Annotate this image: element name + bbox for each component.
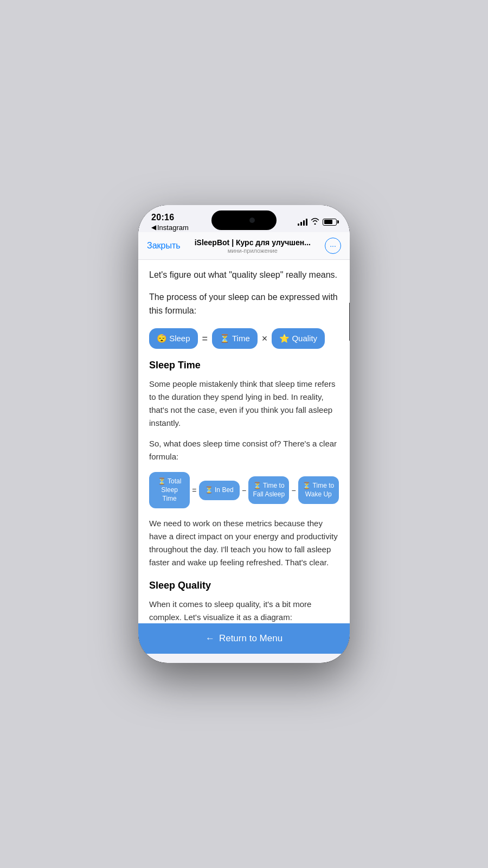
back-arrow-icon: ◀ [151, 224, 156, 231]
mini-app-title-block: iSleepBot | Курс для улучшен... мини-при… [185, 238, 320, 254]
return-arrow-icon: ← [206, 633, 215, 644]
formula-eq-1: = [202, 333, 208, 344]
time-pill-fall: ⏳ Time to Fall Asleep [248, 476, 289, 504]
return-button[interactable]: ← Return to Menu [138, 623, 350, 654]
wifi-icon [311, 218, 319, 226]
time-pill-inbed: ⏳ In Bed [199, 481, 240, 500]
more-button[interactable]: ··· [325, 238, 341, 254]
mini-app-title: iSleepBot | Курс для улучшен... [185, 238, 320, 247]
intro-text-1: Let's figure out what "quality sleep" re… [149, 269, 339, 282]
mini-app-subtitle: мини-приложение [185, 247, 320, 254]
content-area[interactable]: Let's figure out what "quality sleep" re… [138, 260, 350, 623]
mini-app-bar: Закрыть iSleepBot | Курс для улучшен... … [138, 232, 350, 260]
main-formula-row: 😴 Sleep = ⏳ Time × ⭐ Quality [149, 328, 339, 349]
dynamic-island [211, 210, 277, 230]
intro-text-2: The process of your sleep can be express… [149, 291, 339, 318]
formula-pill-time: ⏳ Time [212, 328, 258, 349]
time-pill-wake: ⏳ Time to Wake Up [298, 476, 339, 504]
signal-bars [298, 218, 307, 226]
time-minus-2: − [291, 486, 296, 495]
formula-pill-sleep: 😴 Sleep [149, 328, 198, 349]
phone-shell: 20:16 ◀ Instagram [138, 205, 350, 663]
status-icons [298, 218, 337, 226]
formula-pill-quality: ⭐ Quality [272, 328, 325, 349]
time-formula-row: ⏳ Total Sleep Time = ⏳ In Bed − ⏳ Time t… [149, 472, 339, 508]
section-1-para-3: We need to work on these metrics because… [149, 517, 339, 569]
camera-dot [249, 218, 255, 223]
time-eq: = [192, 486, 196, 495]
formula-mult: × [262, 333, 268, 344]
section-2-para-1: When it comes to sleep quality, it's a b… [149, 598, 339, 623]
battery-fill [324, 220, 333, 224]
status-bar: 20:16 ◀ Instagram [138, 205, 350, 232]
section-1-heading: Sleep Time [149, 360, 339, 371]
more-icon: ··· [330, 241, 336, 250]
phone-screen: 20:16 ◀ Instagram [138, 205, 350, 663]
section-2-heading: Sleep Quality [149, 580, 339, 591]
section-1-para-2: So, what does sleep time consist of? The… [149, 437, 339, 463]
back-label: Instagram [157, 224, 189, 232]
time-minus-1: − [242, 486, 246, 495]
status-time: 20:16 [151, 213, 174, 222]
close-button[interactable]: Закрыть [147, 241, 181, 251]
status-back: ◀ Instagram [151, 224, 189, 232]
section-1-para-1: Some people mistakenly think that sleep … [149, 378, 339, 430]
return-label: Return to Menu [219, 633, 282, 644]
time-pill-total: ⏳ Total Sleep Time [149, 472, 190, 508]
battery-icon [323, 219, 337, 226]
